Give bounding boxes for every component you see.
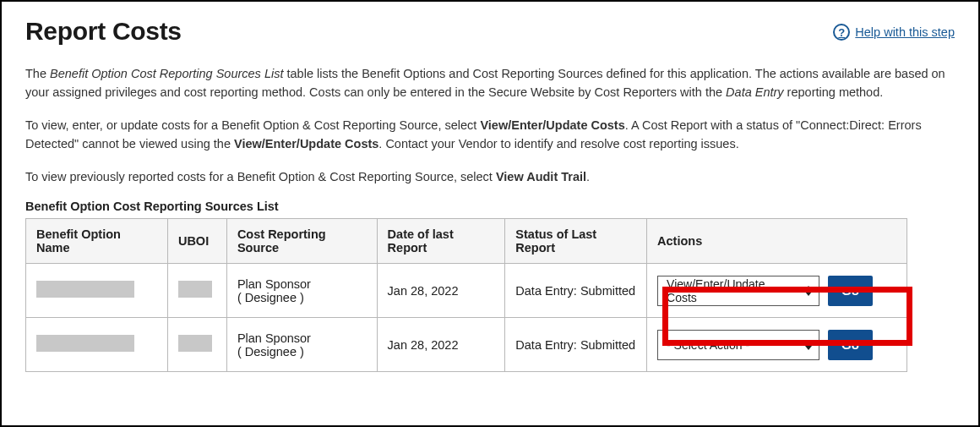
table-caption: Benefit Option Cost Reporting Sources Li…: [25, 200, 955, 213]
intro-p1: The Benefit Option Cost Reporting Source…: [25, 64, 955, 102]
col-benefit-option-name: Benefit Option Name: [26, 219, 168, 264]
intro-text: The Benefit Option Cost Reporting Source…: [25, 64, 955, 186]
cell-date: Jan 28, 2022: [377, 264, 505, 318]
col-status-last-report: Status of Last Report: [505, 219, 647, 264]
source-line2: ( Designee ): [237, 345, 304, 359]
intro-p3: To view previously reported costs for a …: [25, 167, 955, 186]
cell-status: Data Entry: Submitted: [505, 318, 647, 372]
page-frame: Report Costs ? Help with this step The B…: [0, 0, 980, 427]
sort-caret-icon: [805, 286, 812, 296]
action-select-value: - Select Action -: [667, 338, 749, 352]
cell-date: Jan 28, 2022: [377, 318, 505, 372]
redacted-benefit-name: [36, 281, 134, 298]
cell-status: Data Entry: Submitted: [505, 264, 647, 318]
redacted-uboi: [178, 335, 212, 352]
cell-actions: View/Enter/Update Costs Go: [647, 264, 907, 318]
col-uboi: UBOI: [167, 219, 226, 264]
page-title: Report Costs: [25, 17, 182, 46]
cell-source: Plan Sponsor ( Designee ): [226, 318, 377, 372]
action-select[interactable]: View/Enter/Update Costs: [657, 276, 819, 306]
col-actions: Actions: [647, 219, 907, 264]
table-row: Plan Sponsor ( Designee ) Jan 28, 2022 D…: [26, 264, 907, 318]
help-link[interactable]: ? Help with this step: [833, 24, 955, 41]
cell-source: Plan Sponsor ( Designee ): [226, 264, 377, 318]
redacted-benefit-name: [36, 335, 134, 352]
source-line1: Plan Sponsor: [237, 277, 311, 291]
redacted-uboi: [178, 281, 212, 298]
source-line2: ( Designee ): [237, 291, 304, 304]
action-select[interactable]: - Select Action -: [657, 330, 819, 360]
go-button[interactable]: Go: [828, 276, 873, 306]
cell-actions: - Select Action - Go: [647, 318, 907, 372]
col-cost-reporting-source: Cost Reporting Source: [226, 219, 377, 264]
action-select-value: View/Enter/Update Costs: [667, 277, 797, 304]
intro-p2: To view, enter, or update costs for a Be…: [25, 116, 955, 154]
sort-caret-icon: [805, 340, 812, 350]
help-icon: ?: [833, 24, 850, 41]
help-link-label: Help with this step: [855, 25, 955, 39]
go-button[interactable]: Go: [828, 330, 873, 360]
source-line1: Plan Sponsor: [237, 331, 311, 345]
col-date-last-report: Date of last Report: [377, 219, 505, 264]
sources-table: Benefit Option Name UBOI Cost Reporting …: [25, 218, 907, 372]
table-row: Plan Sponsor ( Designee ) Jan 28, 2022 D…: [26, 318, 907, 372]
